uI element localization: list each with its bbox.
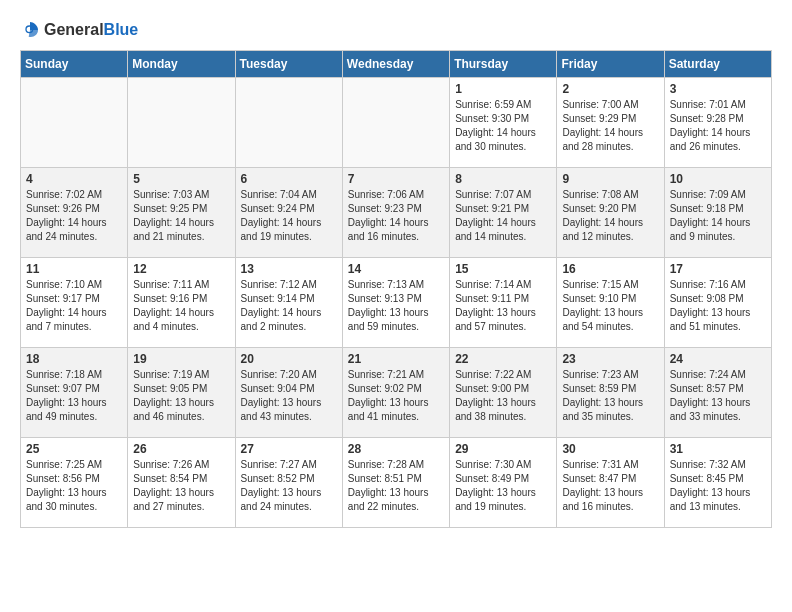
calendar-cell: 31Sunrise: 7:32 AM Sunset: 8:45 PM Dayli… <box>664 438 771 528</box>
day-info: Sunrise: 7:25 AM Sunset: 8:56 PM Dayligh… <box>26 458 122 514</box>
calendar-cell: 10Sunrise: 7:09 AM Sunset: 9:18 PM Dayli… <box>664 168 771 258</box>
day-number: 18 <box>26 352 122 366</box>
day-info: Sunrise: 7:16 AM Sunset: 9:08 PM Dayligh… <box>670 278 766 334</box>
day-info: Sunrise: 7:00 AM Sunset: 9:29 PM Dayligh… <box>562 98 658 154</box>
column-header-friday: Friday <box>557 51 664 78</box>
day-number: 12 <box>133 262 229 276</box>
calendar-cell: 24Sunrise: 7:24 AM Sunset: 8:57 PM Dayli… <box>664 348 771 438</box>
calendar-cell: 16Sunrise: 7:15 AM Sunset: 9:10 PM Dayli… <box>557 258 664 348</box>
week-row-4: 18Sunrise: 7:18 AM Sunset: 9:07 PM Dayli… <box>21 348 772 438</box>
day-number: 14 <box>348 262 444 276</box>
day-info: Sunrise: 7:20 AM Sunset: 9:04 PM Dayligh… <box>241 368 337 424</box>
calendar-cell: 18Sunrise: 7:18 AM Sunset: 9:07 PM Dayli… <box>21 348 128 438</box>
column-header-monday: Monday <box>128 51 235 78</box>
header: GeneralBlue <box>20 20 772 40</box>
day-number: 16 <box>562 262 658 276</box>
day-info: Sunrise: 7:14 AM Sunset: 9:11 PM Dayligh… <box>455 278 551 334</box>
day-number: 5 <box>133 172 229 186</box>
day-number: 27 <box>241 442 337 456</box>
calendar-cell: 9Sunrise: 7:08 AM Sunset: 9:20 PM Daylig… <box>557 168 664 258</box>
column-header-wednesday: Wednesday <box>342 51 449 78</box>
day-number: 17 <box>670 262 766 276</box>
day-info: Sunrise: 7:04 AM Sunset: 9:24 PM Dayligh… <box>241 188 337 244</box>
column-header-sunday: Sunday <box>21 51 128 78</box>
logo: GeneralBlue <box>20 20 138 40</box>
day-number: 26 <box>133 442 229 456</box>
day-info: Sunrise: 7:08 AM Sunset: 9:20 PM Dayligh… <box>562 188 658 244</box>
day-number: 6 <box>241 172 337 186</box>
day-info: Sunrise: 7:12 AM Sunset: 9:14 PM Dayligh… <box>241 278 337 334</box>
day-number: 25 <box>26 442 122 456</box>
calendar-cell: 14Sunrise: 7:13 AM Sunset: 9:13 PM Dayli… <box>342 258 449 348</box>
calendar-cell: 23Sunrise: 7:23 AM Sunset: 8:59 PM Dayli… <box>557 348 664 438</box>
day-number: 9 <box>562 172 658 186</box>
day-info: Sunrise: 7:13 AM Sunset: 9:13 PM Dayligh… <box>348 278 444 334</box>
day-info: Sunrise: 7:26 AM Sunset: 8:54 PM Dayligh… <box>133 458 229 514</box>
calendar-cell: 20Sunrise: 7:20 AM Sunset: 9:04 PM Dayli… <box>235 348 342 438</box>
calendar-cell: 3Sunrise: 7:01 AM Sunset: 9:28 PM Daylig… <box>664 78 771 168</box>
day-number: 19 <box>133 352 229 366</box>
day-number: 3 <box>670 82 766 96</box>
calendar-cell: 29Sunrise: 7:30 AM Sunset: 8:49 PM Dayli… <box>450 438 557 528</box>
day-number: 2 <box>562 82 658 96</box>
day-number: 13 <box>241 262 337 276</box>
day-info: Sunrise: 7:15 AM Sunset: 9:10 PM Dayligh… <box>562 278 658 334</box>
day-info: Sunrise: 7:22 AM Sunset: 9:00 PM Dayligh… <box>455 368 551 424</box>
day-info: Sunrise: 7:10 AM Sunset: 9:17 PM Dayligh… <box>26 278 122 334</box>
day-info: Sunrise: 7:24 AM Sunset: 8:57 PM Dayligh… <box>670 368 766 424</box>
header-row: SundayMondayTuesdayWednesdayThursdayFrid… <box>21 51 772 78</box>
calendar-cell: 13Sunrise: 7:12 AM Sunset: 9:14 PM Dayli… <box>235 258 342 348</box>
calendar-cell: 25Sunrise: 7:25 AM Sunset: 8:56 PM Dayli… <box>21 438 128 528</box>
calendar-cell <box>128 78 235 168</box>
day-number: 22 <box>455 352 551 366</box>
calendar-cell: 5Sunrise: 7:03 AM Sunset: 9:25 PM Daylig… <box>128 168 235 258</box>
day-info: Sunrise: 7:31 AM Sunset: 8:47 PM Dayligh… <box>562 458 658 514</box>
day-number: 21 <box>348 352 444 366</box>
calendar-cell: 21Sunrise: 7:21 AM Sunset: 9:02 PM Dayli… <box>342 348 449 438</box>
day-info: Sunrise: 7:32 AM Sunset: 8:45 PM Dayligh… <box>670 458 766 514</box>
calendar-cell <box>235 78 342 168</box>
day-info: Sunrise: 7:11 AM Sunset: 9:16 PM Dayligh… <box>133 278 229 334</box>
day-number: 28 <box>348 442 444 456</box>
calendar-cell: 15Sunrise: 7:14 AM Sunset: 9:11 PM Dayli… <box>450 258 557 348</box>
day-info: Sunrise: 7:01 AM Sunset: 9:28 PM Dayligh… <box>670 98 766 154</box>
week-row-3: 11Sunrise: 7:10 AM Sunset: 9:17 PM Dayli… <box>21 258 772 348</box>
logo-general: GeneralBlue <box>44 22 138 38</box>
day-info: Sunrise: 7:27 AM Sunset: 8:52 PM Dayligh… <box>241 458 337 514</box>
calendar-cell: 30Sunrise: 7:31 AM Sunset: 8:47 PM Dayli… <box>557 438 664 528</box>
day-number: 4 <box>26 172 122 186</box>
calendar-cell: 27Sunrise: 7:27 AM Sunset: 8:52 PM Dayli… <box>235 438 342 528</box>
day-number: 11 <box>26 262 122 276</box>
column-header-thursday: Thursday <box>450 51 557 78</box>
calendar-cell: 17Sunrise: 7:16 AM Sunset: 9:08 PM Dayli… <box>664 258 771 348</box>
calendar-cell: 12Sunrise: 7:11 AM Sunset: 9:16 PM Dayli… <box>128 258 235 348</box>
day-info: Sunrise: 7:23 AM Sunset: 8:59 PM Dayligh… <box>562 368 658 424</box>
calendar-table: SundayMondayTuesdayWednesdayThursdayFrid… <box>20 50 772 528</box>
day-number: 29 <box>455 442 551 456</box>
calendar-cell: 1Sunrise: 6:59 AM Sunset: 9:30 PM Daylig… <box>450 78 557 168</box>
column-header-saturday: Saturday <box>664 51 771 78</box>
calendar-cell: 7Sunrise: 7:06 AM Sunset: 9:23 PM Daylig… <box>342 168 449 258</box>
calendar-cell: 19Sunrise: 7:19 AM Sunset: 9:05 PM Dayli… <box>128 348 235 438</box>
calendar-cell: 26Sunrise: 7:26 AM Sunset: 8:54 PM Dayli… <box>128 438 235 528</box>
calendar-cell <box>21 78 128 168</box>
day-info: Sunrise: 7:30 AM Sunset: 8:49 PM Dayligh… <box>455 458 551 514</box>
calendar-cell: 8Sunrise: 7:07 AM Sunset: 9:21 PM Daylig… <box>450 168 557 258</box>
calendar-cell: 2Sunrise: 7:00 AM Sunset: 9:29 PM Daylig… <box>557 78 664 168</box>
day-info: Sunrise: 6:59 AM Sunset: 9:30 PM Dayligh… <box>455 98 551 154</box>
week-row-5: 25Sunrise: 7:25 AM Sunset: 8:56 PM Dayli… <box>21 438 772 528</box>
day-info: Sunrise: 7:19 AM Sunset: 9:05 PM Dayligh… <box>133 368 229 424</box>
day-info: Sunrise: 7:21 AM Sunset: 9:02 PM Dayligh… <box>348 368 444 424</box>
day-number: 1 <box>455 82 551 96</box>
day-number: 7 <box>348 172 444 186</box>
calendar-cell: 22Sunrise: 7:22 AM Sunset: 9:00 PM Dayli… <box>450 348 557 438</box>
day-number: 15 <box>455 262 551 276</box>
calendar-cell: 11Sunrise: 7:10 AM Sunset: 9:17 PM Dayli… <box>21 258 128 348</box>
day-info: Sunrise: 7:28 AM Sunset: 8:51 PM Dayligh… <box>348 458 444 514</box>
day-number: 8 <box>455 172 551 186</box>
week-row-1: 1Sunrise: 6:59 AM Sunset: 9:30 PM Daylig… <box>21 78 772 168</box>
day-number: 20 <box>241 352 337 366</box>
day-info: Sunrise: 7:03 AM Sunset: 9:25 PM Dayligh… <box>133 188 229 244</box>
day-number: 23 <box>562 352 658 366</box>
logo-icon <box>20 20 40 40</box>
